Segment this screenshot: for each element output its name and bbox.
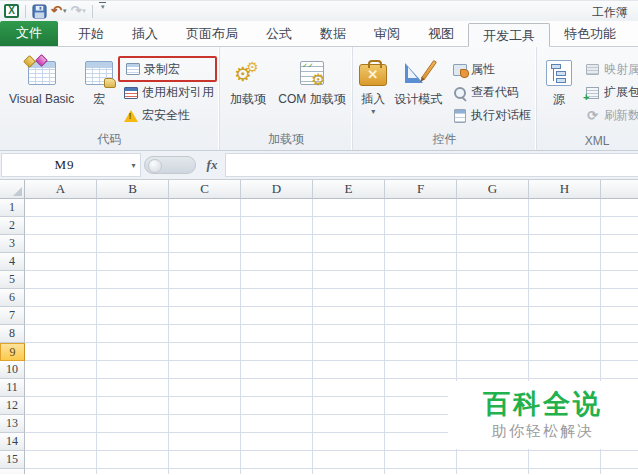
cell[interactable] [385,253,457,271]
insert-dropdown-icon[interactable]: ▾ [371,108,375,116]
column-header-F[interactable]: F [385,180,457,199]
row-header[interactable]: 12 [0,397,25,415]
cell[interactable] [97,361,169,379]
row-header[interactable] [0,469,25,474]
column-header-G[interactable]: G [457,180,529,199]
cell[interactable] [241,253,313,271]
cell[interactable] [529,361,601,379]
cell[interactable] [313,253,385,271]
cell[interactable] [313,451,385,469]
cell[interactable] [529,217,601,235]
redo-button[interactable]: ↷ ▾ [69,2,86,20]
cell[interactable] [313,235,385,253]
cell[interactable] [169,469,241,474]
cell[interactable] [385,307,457,325]
visual-basic-button[interactable]: Visual Basic [2,47,81,106]
cell[interactable] [457,307,529,325]
column-header-C[interactable]: C [169,180,241,199]
cell[interactable] [169,199,241,217]
cell[interactable] [385,271,457,289]
cell[interactable] [25,451,97,469]
row-header-selected[interactable]: 9 [0,343,25,361]
name-box[interactable]: M9 ▾ [1,153,141,177]
cell[interactable] [97,451,169,469]
cell[interactable] [97,379,169,397]
cell[interactable] [601,253,638,271]
cell[interactable] [601,289,638,307]
cell[interactable] [25,361,97,379]
row-header[interactable]: 13 [0,415,25,433]
cell[interactable] [385,433,457,451]
cell[interactable] [313,271,385,289]
cell[interactable] [457,253,529,271]
cell[interactable] [241,271,313,289]
cell[interactable] [241,415,313,433]
tab-formulas[interactable]: 公式 [252,22,306,46]
cell[interactable] [25,253,97,271]
tab-developer[interactable]: 开发工具 [468,23,550,47]
cell[interactable] [169,397,241,415]
add-ins-button[interactable]: ⚙⚙ 加载项 [222,47,274,106]
cell[interactable] [385,325,457,343]
cell[interactable] [385,217,457,235]
row-header[interactable]: 8 [0,325,25,343]
macro-security-button[interactable]: 宏安全性 [119,104,217,127]
column-header-B[interactable]: B [97,180,169,199]
cell[interactable] [169,307,241,325]
source-button[interactable]: 源 [539,47,579,106]
cell[interactable] [601,451,638,469]
excel-logo-icon[interactable]: X [3,2,20,20]
row-header[interactable]: 2 [0,217,25,235]
use-relative-references-button[interactable]: 使用相对引用 [119,81,217,104]
cell[interactable] [457,199,529,217]
formula-bar-splitter[interactable] [144,156,196,174]
undo-dropdown-icon[interactable]: ▾ [63,7,67,15]
tab-review[interactable]: 审阅 [360,22,414,46]
cell[interactable] [457,469,529,474]
column-header-H[interactable]: H [529,180,601,199]
cell[interactable] [241,289,313,307]
row-header[interactable]: 6 [0,289,25,307]
properties-button[interactable]: 属性 [448,58,534,81]
cell[interactable] [169,361,241,379]
row-header[interactable]: 10 [0,361,25,379]
cell[interactable] [169,325,241,343]
cell[interactable] [457,325,529,343]
cell[interactable] [241,451,313,469]
tab-home[interactable]: 开始 [64,22,118,46]
cell[interactable] [601,361,638,379]
cell[interactable] [385,235,457,253]
select-all-corner[interactable] [0,180,25,199]
cell[interactable] [25,271,97,289]
tab-file[interactable]: 文件 [0,21,58,46]
tab-view[interactable]: 视图 [414,22,468,46]
cell[interactable] [97,289,169,307]
column-header-A[interactable]: A [25,180,97,199]
cell[interactable] [241,235,313,253]
insert-function-button[interactable]: fx [199,153,225,177]
row-header[interactable]: 15 [0,451,25,469]
cell[interactable] [25,379,97,397]
cell[interactable] [97,307,169,325]
cell[interactable] [385,289,457,307]
cell[interactable] [313,397,385,415]
cell[interactable] [313,469,385,474]
design-mode-button[interactable]: 设计模式 [391,47,445,106]
column-header-E[interactable]: E [313,180,385,199]
cell[interactable] [241,307,313,325]
cell[interactable] [457,361,529,379]
cell[interactable] [25,433,97,451]
cell[interactable] [169,415,241,433]
tab-page-layout[interactable]: 页面布局 [172,22,252,46]
row-header[interactable]: 4 [0,253,25,271]
cell[interactable] [241,343,313,361]
cell[interactable] [169,289,241,307]
cell[interactable] [601,469,638,474]
cell[interactable] [457,451,529,469]
cell[interactable] [385,415,457,433]
cell[interactable] [169,235,241,253]
cell[interactable] [25,289,97,307]
cell[interactable] [25,325,97,343]
cell[interactable] [457,217,529,235]
cell[interactable] [97,469,169,474]
